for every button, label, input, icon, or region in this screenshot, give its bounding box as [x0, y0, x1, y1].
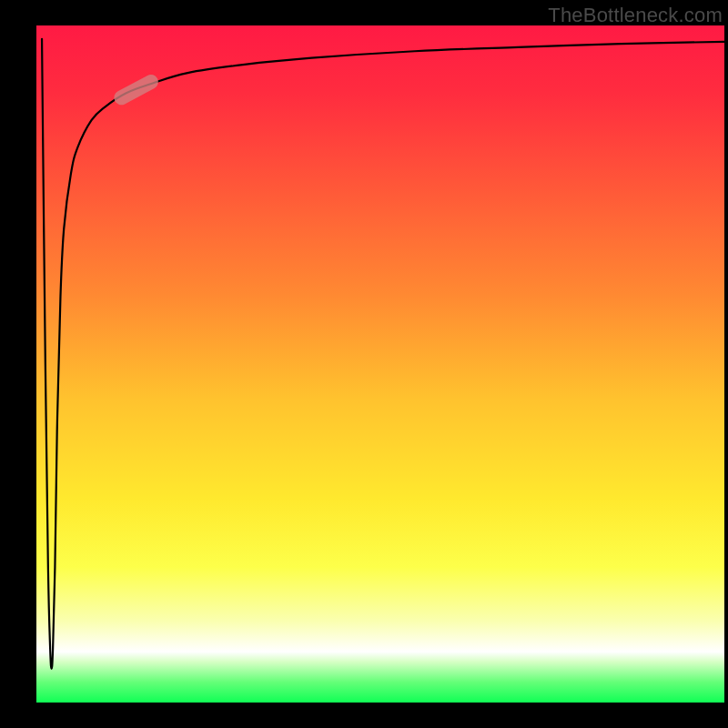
watermark-text: TheBottleneck.com — [548, 4, 723, 27]
curve-marker — [112, 72, 161, 107]
curve-layer — [36, 25, 724, 703]
chart-frame: TheBottleneck.com — [0, 0, 728, 728]
curve-path — [42, 39, 724, 669]
